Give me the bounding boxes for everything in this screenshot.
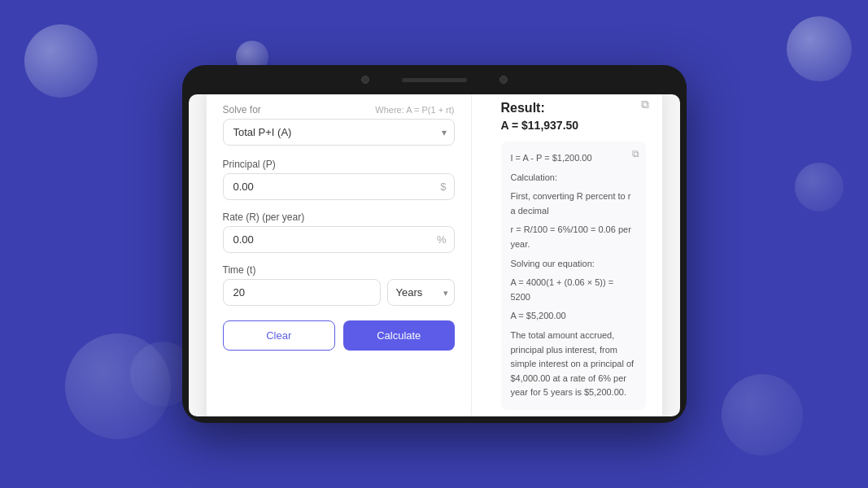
camera-dot <box>361 76 369 84</box>
detail-line-7: A = 4000(1 + (0.06 × 5)) = 5200 <box>511 276 636 304</box>
result-detail-box: ⧉ I = A - P = $1,200.00 Calculation: Fir… <box>501 142 646 410</box>
solve-for-dropdown-wrapper[interactable]: Total P+I (A) Principal (P) Rate (R) Tim… <box>223 119 455 146</box>
clear-button[interactable]: Clear <box>223 320 336 351</box>
button-row: Clear Calculate <box>223 320 455 351</box>
detail-line-10: The total amount accrued, principal plus… <box>511 329 636 400</box>
rate-field-group: Rate (R) (per year) % <box>223 211 455 253</box>
detail-line-1: I = A - P = $1,200.00 <box>511 151 636 166</box>
result-detail-text: I = A - P = $1,200.00 Calculation: First… <box>511 151 636 400</box>
rate-input-wrapper: % <box>223 226 455 253</box>
right-panel: ⧉ Result: A = $11,937.50 ⧉ I = A - P = $… <box>485 94 662 416</box>
bg-bubble-6 <box>722 374 803 455</box>
rate-input[interactable] <box>223 226 455 253</box>
principal-input-wrapper: $ <box>223 173 455 200</box>
formula-hint: Where: A = P(1 + rt) <box>375 105 454 115</box>
result-value: A = $11,937.50 <box>501 119 646 132</box>
speaker-bar <box>402 78 467 82</box>
time-unit-dropdown-wrapper[interactable]: Years Months Days ▾ <box>387 279 455 306</box>
solve-for-dropdown[interactable]: Total P+I (A) Principal (P) Rate (R) Tim… <box>223 119 455 146</box>
calculator-container: Solve for Where: A = P(1 + rt) Total P+I… <box>207 94 662 416</box>
detail-line-4: r = R/100 = 6%/100 = 0.06 per year. <box>511 223 636 251</box>
bg-bubble-3 <box>787 16 852 81</box>
bg-bubble-1 <box>24 24 98 98</box>
principal-label: Principal (P) <box>223 159 455 170</box>
detail-line-6: Solving our equation: <box>511 257 636 272</box>
time-input[interactable] <box>223 279 381 306</box>
copy-detail-button[interactable]: ⧉ <box>632 148 639 159</box>
principal-field-group: Principal (P) $ <box>223 159 455 200</box>
time-field-group: Time (t) Years Months Days ▾ <box>223 264 455 306</box>
detail-line-2: Calculation: <box>511 171 636 185</box>
time-unit-dropdown[interactable]: Years Months Days <box>387 279 455 306</box>
detail-line-3: First, converting R percent to r a decim… <box>511 190 636 218</box>
tablet-top-bar <box>182 65 687 94</box>
copy-result-button[interactable]: ⧉ <box>641 98 649 111</box>
result-title: Result: <box>501 101 646 115</box>
time-label: Time (t) <box>223 264 455 276</box>
camera-dot-2 <box>499 76 508 84</box>
detail-line-8: A = $5,200.00 <box>511 309 636 324</box>
rate-label: Rate (R) (per year) <box>223 211 455 223</box>
solve-for-row: Solve for Where: A = P(1 + rt) <box>223 104 455 115</box>
calculate-button[interactable]: Calculate <box>343 320 455 351</box>
tablet-screen: Solve for Where: A = P(1 + rt) Total P+I… <box>189 94 680 416</box>
solve-for-label: Solve for <box>223 104 261 115</box>
tablet-frame: Solve for Where: A = P(1 + rt) Total P+I… <box>182 65 687 423</box>
principal-input[interactable] <box>223 173 455 200</box>
left-panel: Solve for Where: A = P(1 + rt) Total P+I… <box>207 94 472 416</box>
time-input-wrapper: Years Months Days ▾ <box>223 279 455 306</box>
bg-bubble-7 <box>795 163 844 211</box>
